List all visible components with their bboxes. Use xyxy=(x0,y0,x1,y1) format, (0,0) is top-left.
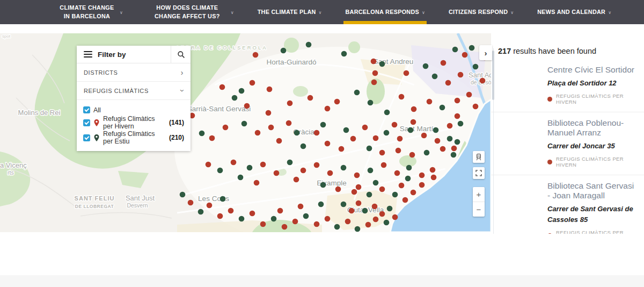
map-marker-summer[interactable] xyxy=(306,42,312,48)
map-marker-winter[interactable] xyxy=(409,152,415,158)
map-marker-summer[interactable] xyxy=(180,192,186,198)
sidebar-collapse-button[interactable]: › xyxy=(479,45,492,60)
map-marker-winter[interactable] xyxy=(292,219,298,225)
map-marker-winter[interactable] xyxy=(260,221,266,227)
nav-item-5[interactable]: NEWS AND CALENDAR∨ xyxy=(537,0,611,24)
map-marker-winter[interactable] xyxy=(392,214,398,220)
map-marker-winter[interactable] xyxy=(440,146,446,152)
map-marker-winter[interactable] xyxy=(421,133,427,139)
map-marker-summer[interactable] xyxy=(341,165,347,171)
map-marker-winter[interactable] xyxy=(356,200,362,206)
filter-option-1[interactable]: Refugis Climàtics per Hivern(141) xyxy=(83,115,184,130)
menu-icon[interactable] xyxy=(84,51,92,58)
map-marker-winter[interactable] xyxy=(308,95,313,101)
map-marker-winter[interactable] xyxy=(399,94,405,100)
nav-item-0[interactable]: CLIMATE CHANGE IN BARCELONA∨ xyxy=(57,0,123,24)
map-marker-summer[interactable] xyxy=(408,127,414,133)
map-marker-winter[interactable] xyxy=(223,125,229,131)
result-item-2[interactable]: Biblioteca Sant Gervasi - Joan MaragallC… xyxy=(491,175,644,234)
map-marker-summer[interactable] xyxy=(367,146,372,152)
map-marker-winter[interactable] xyxy=(294,177,299,183)
map-marker-winter[interactable] xyxy=(455,113,460,119)
map-marker-summer[interactable] xyxy=(341,202,347,207)
map-marker-winter[interactable] xyxy=(268,125,274,131)
map-marker-winter[interactable] xyxy=(451,146,457,152)
map-marker-winter[interactable] xyxy=(399,183,405,189)
map-marker-winter[interactable] xyxy=(480,78,486,84)
map-marker-winter[interactable] xyxy=(327,170,333,176)
map-marker-winter[interactable] xyxy=(334,99,340,105)
map-marker-summer[interactable] xyxy=(301,144,306,149)
map-marker-summer[interactable] xyxy=(294,130,300,136)
map-marker-winter[interactable] xyxy=(394,170,400,176)
search-button[interactable] xyxy=(171,46,191,63)
map-marker-winter[interactable] xyxy=(255,130,261,136)
map-marker-summer[interactable] xyxy=(303,213,309,219)
map-marker-winter[interactable] xyxy=(350,136,356,142)
map-marker-winter[interactable] xyxy=(381,162,387,168)
nav-item-2[interactable]: THE CLIMATE PLAN∨ xyxy=(258,0,322,24)
map-marker-summer[interactable] xyxy=(198,209,204,215)
map-marker-winter[interactable] xyxy=(188,200,194,206)
map-marker-winter[interactable] xyxy=(314,130,320,136)
map-marker-winter[interactable] xyxy=(335,186,341,192)
map-marker-summer[interactable] xyxy=(334,224,340,230)
map-marker-summer[interactable] xyxy=(199,131,205,137)
map-marker-summer[interactable] xyxy=(343,127,349,133)
map-marker-winter[interactable] xyxy=(276,138,282,144)
nav-item-4[interactable]: CITIZENS RESPOND∨ xyxy=(449,0,514,24)
map-marker-summer[interactable] xyxy=(392,192,398,198)
map-marker-winter[interactable] xyxy=(282,224,288,230)
map-marker-winter[interactable] xyxy=(356,184,362,190)
map-marker-summer[interactable] xyxy=(384,220,390,226)
map-marker-winter[interactable] xyxy=(455,98,460,104)
map-marker-winter[interactable] xyxy=(397,136,403,142)
map-marker-winter[interactable] xyxy=(219,84,225,90)
map-marker-winter[interactable] xyxy=(473,104,479,110)
map-marker-winter[interactable] xyxy=(427,99,433,105)
map-marker-summer[interactable] xyxy=(320,122,326,128)
map-marker-summer[interactable] xyxy=(424,150,430,156)
map-marker-winter[interactable] xyxy=(349,208,355,214)
map-marker-winter[interactable] xyxy=(267,87,273,92)
nav-item-1[interactable]: HOW DOES CLIMATE CHANGE AFFECT US?∨ xyxy=(147,0,234,24)
map-marker-summer[interactable] xyxy=(405,176,411,182)
map-marker-winter[interactable] xyxy=(419,182,425,188)
map-marker-winter[interactable] xyxy=(325,216,331,222)
map-marker-summer[interactable] xyxy=(423,63,429,69)
map-marker-winter[interactable] xyxy=(404,70,409,76)
filter-section-0[interactable]: DISTRICTS› xyxy=(77,63,191,82)
map-marker-summer[interactable] xyxy=(368,168,374,174)
map-marker-summer[interactable] xyxy=(341,51,347,57)
map-marker-winter[interactable] xyxy=(301,168,306,174)
map-marker-winter[interactable] xyxy=(445,80,451,86)
map-marker-winter[interactable] xyxy=(228,208,234,214)
result-item-0[interactable]: Centre Cívic El SortidorPlaça del Sortid… xyxy=(491,59,644,112)
map-marker-winter[interactable] xyxy=(244,103,250,109)
map-marker-winter[interactable] xyxy=(231,160,237,166)
filter-section-1[interactable]: REFUGIS CLIMÀTICS› xyxy=(77,82,191,100)
map-marker-summer[interactable] xyxy=(238,175,244,181)
map-marker-winter[interactable] xyxy=(419,173,425,178)
map-marker-winter[interactable] xyxy=(325,106,331,112)
zoom-in-button[interactable]: + xyxy=(473,187,485,202)
map-marker-winter[interactable] xyxy=(325,141,331,147)
map-marker-summer[interactable] xyxy=(447,136,453,142)
map-marker-winter[interactable] xyxy=(217,213,223,219)
map-marker-winter[interactable] xyxy=(250,211,255,217)
map-marker-winter[interactable] xyxy=(372,204,378,210)
map-marker-summer[interactable] xyxy=(239,216,245,222)
map-marker-winter[interactable] xyxy=(431,175,437,181)
map-marker-summer[interactable] xyxy=(432,74,438,80)
map-marker-winter[interactable] xyxy=(209,135,215,141)
zoom-out-button[interactable]: − xyxy=(473,202,485,217)
map-marker-winter[interactable] xyxy=(379,150,385,156)
map-marker-winter[interactable] xyxy=(411,119,416,125)
map-marker-winter[interactable] xyxy=(207,203,213,209)
map-marker-summer[interactable] xyxy=(354,90,360,96)
map-marker-summer[interactable] xyxy=(452,47,458,53)
checkbox-checked[interactable] xyxy=(83,106,90,113)
map-marker-summer[interactable] xyxy=(362,208,368,214)
map-marker-winter[interactable] xyxy=(402,197,408,203)
map-canvas[interactable]: spotSERRA DE COLLSEROLAHorta-GuinardóSan… xyxy=(0,33,491,232)
